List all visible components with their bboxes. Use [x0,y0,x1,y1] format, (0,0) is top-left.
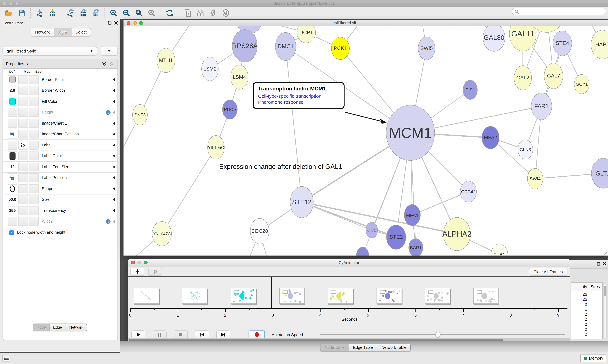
network-canvas[interactable]: Transcription factor MCM1 Cell-type-spec… [124,26,608,256]
def-cell[interactable] [8,130,17,139]
column-ity[interactable]: ity [571,285,587,289]
network-node-STE4[interactable]: STE4 [553,31,572,56]
import-table-icon[interactable] [48,9,57,17]
table-row[interactable]: 1 [571,307,602,312]
def-cell[interactable] [8,184,17,193]
expand-row-icon[interactable] [113,198,115,201]
frame-thumbnail-5[interactable] [376,288,402,304]
annotation-link[interactable]: Cell-type-specific transcription [258,93,339,99]
property-row-label-font-size[interactable]: 12Label Font Size [3,162,117,172]
zoom-fit-icon[interactable] [135,9,143,17]
tab-edge[interactable]: Edge [50,324,66,331]
default-swatch[interactable] [9,76,15,83]
open-icon[interactable] [4,9,13,17]
lock-checkbox[interactable]: ✓ [9,230,14,235]
map-cell[interactable] [18,206,28,215]
expand-row-icon[interactable] [113,122,115,125]
network-node-FAR1[interactable]: FAR1 [531,93,552,120]
frame-thumbnail-3[interactable] [279,288,305,304]
def-cell[interactable] [8,119,17,128]
timeline-hscrollbar[interactable] [128,338,570,341]
property-row-height[interactable]: Heighti [3,107,117,118]
network-node-LSM2[interactable]: LSM2 [201,57,219,81]
byp-cell[interactable] [29,173,39,182]
vscroll-thumb[interactable] [604,286,606,296]
default-swatch[interactable] [9,152,15,160]
default-value[interactable]: 50.0 [9,197,16,202]
network-node-SWI5[interactable]: SWI5 [418,37,435,60]
network-node-GAL7[interactable]: GAL7 [544,63,563,89]
map-cell[interactable] [18,86,28,95]
timeline[interactable]: Seconds 0123456789 [128,277,570,329]
slider-thumb[interactable] [435,332,440,338]
table-row[interactable]: 2 [571,322,602,327]
info-icon[interactable]: i [106,110,111,115]
style-options-button[interactable] [101,46,118,56]
expand-row-icon[interactable] [113,187,115,190]
network-node-YIL105C[interactable]: YIL105C [207,135,224,159]
table-row[interactable]: 2 [571,317,602,322]
byp-cell[interactable] [29,152,39,160]
expand-row-icon[interactable] [113,209,115,212]
tab-select[interactable]: Select [71,28,91,36]
play-button[interactable] [131,330,145,339]
lock-node-size-row[interactable]: ✓ Lock node width and height [3,227,117,238]
network-node-GCY1[interactable]: GCY1 [574,74,589,94]
properties-header[interactable]: Properties [3,59,117,69]
def-cell[interactable]: 50.0 [8,195,17,204]
expand-row-icon[interactable] [113,176,115,180]
position-icon[interactable] [10,132,14,136]
map-cell[interactable] [18,108,28,117]
network-node-SWI4[interactable]: SWI4 [527,168,543,189]
default-value[interactable]: 255 [9,208,16,213]
byp-cell[interactable] [29,119,39,128]
byp-cell[interactable] [29,97,39,106]
map-cell[interactable] [18,173,28,182]
byp-cell[interactable] [29,184,39,193]
property-row-label-color[interactable]: Label Color [3,151,117,162]
table-row[interactable]: 2 [571,312,602,317]
table-row[interactable]: 2 [571,327,602,332]
position-icon[interactable] [10,176,14,180]
tab-edge-table[interactable]: Edge Table [349,344,377,351]
byp-cell[interactable] [29,108,39,117]
network-node-ALPHA2[interactable]: ALPHA2 [443,217,470,251]
map-cell[interactable] [18,163,28,171]
refresh-icon[interactable] [165,9,174,17]
map-cell[interactable] [18,184,28,193]
export-image-icon[interactable] [91,9,100,17]
save-icon[interactable] [17,9,26,17]
expand-row-icon[interactable] [113,143,115,147]
network-node-STE12[interactable]: STE12 [290,186,314,218]
def-cell[interactable] [8,75,17,84]
tab-network[interactable]: Network [31,28,54,36]
add-frame-button[interactable] [130,268,144,276]
animation-speed-slider[interactable] [320,334,565,335]
hscroll-thumb[interactable] [129,339,503,341]
property-row-width[interactable]: Widthi [3,216,117,227]
stop-button[interactable] [174,330,188,339]
table-row[interactable]: 2 [571,332,602,337]
find-icon[interactable] [196,9,205,17]
property-row-border-width[interactable]: 2.0Border Width [3,85,117,96]
frame-thumbnail-6[interactable] [425,288,450,304]
tab-node[interactable]: Node [33,324,50,331]
expand-all-icon[interactable] [102,61,107,66]
export-network-icon[interactable] [66,9,75,17]
network-node-GAL2[interactable]: GAL2 [514,65,532,90]
show-icon[interactable] [221,9,230,17]
float-panel-icon[interactable] [108,21,111,25]
close-icon[interactable] [127,21,130,25]
close-panel-icon[interactable] [603,262,606,265]
property-row-transparency[interactable]: 255Transparency [3,205,117,216]
map-cell[interactable] [18,97,28,106]
def-cell[interactable] [8,152,17,160]
frame-thumbnail-1[interactable] [182,288,207,304]
property-row-image-chart-1[interactable]: Image/Chart 1 [3,118,117,129]
tab-network-table[interactable]: Network Table [377,344,411,351]
byp-cell[interactable] [29,75,39,84]
frame-thumbnail-7[interactable] [473,288,499,304]
annotation-link[interactable]: Pheromone response [258,99,339,105]
search-input[interactable] [512,8,606,15]
table-vscrollbar[interactable] [603,283,607,338]
